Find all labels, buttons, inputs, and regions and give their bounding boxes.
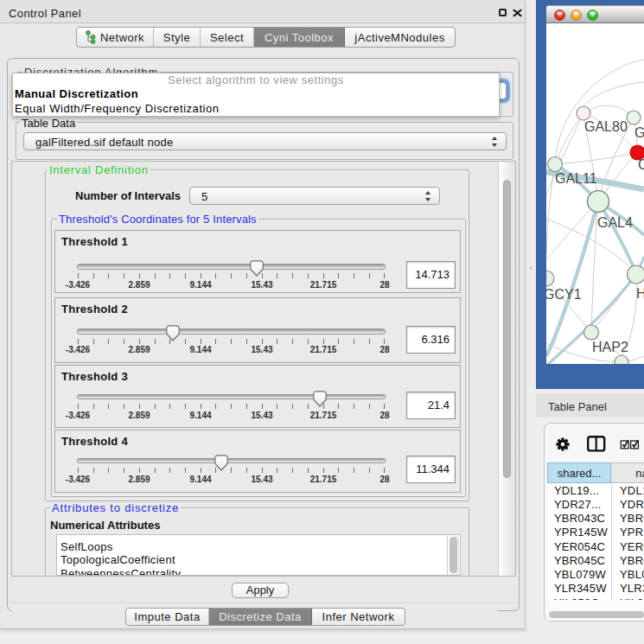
svg-text:GAL4: GAL4 <box>597 215 633 230</box>
svg-text:GA: GA <box>634 125 644 140</box>
svg-text:GCY1: GCY1 <box>546 287 582 302</box>
svg-text:H: H <box>636 286 644 301</box>
svg-text:C: C <box>638 157 644 172</box>
svg-text:GAL11: GAL11 <box>555 171 597 186</box>
svg-text:GAL80: GAL80 <box>584 119 628 134</box>
svg-text:HAP2: HAP2 <box>592 340 628 354</box>
